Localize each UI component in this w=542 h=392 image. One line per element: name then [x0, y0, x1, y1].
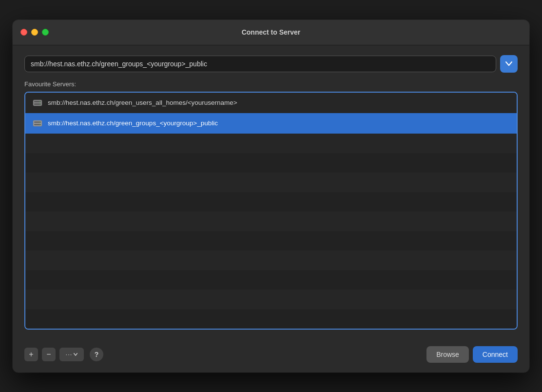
remove-server-button[interactable]: −: [42, 348, 56, 361]
chevron-down-icon: [505, 61, 512, 66]
list-item[interactable]: smb://hest.nas.ethz.ch/green_users_all_h…: [25, 93, 517, 113]
content-area: Favourite Servers: smb://hest.nas.ethz.c…: [13, 45, 529, 339]
help-button[interactable]: ?: [90, 348, 103, 361]
server-icon: [32, 98, 43, 108]
svg-point-4: [39, 103, 40, 104]
list-item[interactable]: smb://hest.nas.ethz.ch/green_groups_<you…: [25, 113, 517, 134]
server-icon: [32, 118, 43, 129]
more-options-button[interactable]: ···: [59, 348, 84, 361]
window-title: Connect to Server: [242, 28, 301, 36]
server-address-input[interactable]: [24, 56, 496, 72]
address-dropdown-button[interactable]: [500, 55, 518, 73]
favourite-servers-label: Favourite Servers:: [24, 80, 518, 88]
chevron-down-icon: [74, 353, 77, 356]
minimize-button[interactable]: [31, 29, 38, 36]
add-server-button[interactable]: +: [24, 348, 38, 361]
address-row: [24, 55, 518, 73]
titlebar: Connect to Server: [13, 20, 529, 45]
connect-button[interactable]: Connect: [473, 346, 518, 363]
server-url: smb://hest.nas.ethz.ch/green_users_all_h…: [48, 99, 237, 106]
close-button[interactable]: [20, 29, 27, 36]
server-list: smb://hest.nas.ethz.ch/green_users_all_h…: [24, 92, 518, 330]
connect-to-server-window: Connect to Server Favourite Servers:: [13, 20, 529, 372]
browse-button[interactable]: Browse: [426, 346, 469, 363]
empty-list-area: [25, 134, 517, 329]
toolbar: + − ··· ? Browse Connect: [13, 339, 529, 372]
maximize-button[interactable]: [42, 29, 49, 36]
traffic-lights: [20, 29, 49, 36]
server-url: smb://hest.nas.ethz.ch/green_groups_<you…: [48, 119, 218, 127]
svg-point-3: [39, 101, 40, 102]
svg-point-8: [39, 121, 40, 122]
svg-rect-0: [33, 100, 42, 106]
svg-rect-5: [33, 120, 42, 126]
svg-point-9: [39, 124, 40, 125]
